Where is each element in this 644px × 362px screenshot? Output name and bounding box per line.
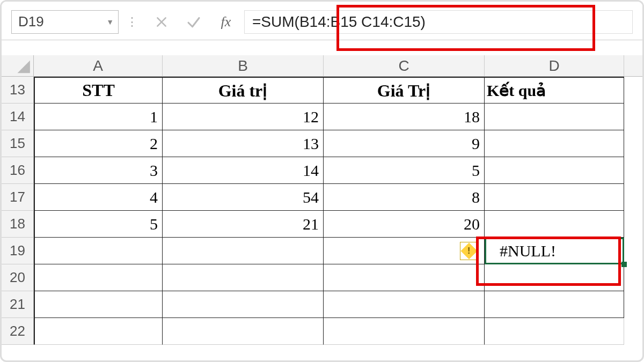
cell-D17[interactable]: [485, 184, 624, 211]
table-row: 14 1 12 18: [2, 104, 642, 130]
cell-C22[interactable]: [324, 318, 485, 345]
row-header[interactable]: 20: [2, 264, 34, 291]
table-row: 22: [2, 318, 642, 345]
cell-A21[interactable]: [34, 291, 163, 318]
cell-C21[interactable]: [324, 291, 485, 318]
enter-button[interactable]: [178, 10, 210, 34]
table-row: 15 2 13 9: [2, 130, 642, 157]
cell-B22[interactable]: [163, 318, 324, 345]
table-row: 13 STT Giá trị Giá Trị Kết quả: [2, 77, 642, 104]
cell-C16[interactable]: 5: [324, 157, 485, 184]
row-header[interactable]: 14: [2, 104, 34, 130]
table-row: 16 3 14 5: [2, 157, 642, 184]
cell-B17[interactable]: 54: [163, 184, 324, 211]
cell-C15[interactable]: 9: [324, 130, 485, 157]
table-row: 21: [2, 291, 642, 318]
cell-D15[interactable]: [485, 130, 624, 157]
cell-C17[interactable]: 8: [324, 184, 485, 211]
row-header[interactable]: 17: [2, 184, 34, 211]
chevron-down-icon[interactable]: ▼: [106, 18, 114, 26]
error-indicator-button[interactable]: !: [460, 242, 478, 260]
cell-A13[interactable]: STT: [34, 77, 163, 104]
cell-D14[interactable]: [485, 104, 624, 130]
cell-A15[interactable]: 2: [34, 130, 163, 157]
formula-text: =SUM(B14:B15 C14:C15): [252, 13, 426, 31]
cell-C13[interactable]: Giá Trị: [324, 77, 485, 104]
svg-marker-0: [18, 61, 30, 73]
separator-icon: ⋮: [119, 15, 145, 29]
row-header[interactable]: 18: [2, 211, 34, 238]
cell-A19[interactable]: [34, 238, 163, 264]
cell-C18[interactable]: 20: [324, 211, 485, 238]
cell-D19[interactable]: #NULL!: [485, 238, 624, 264]
cell-D22[interactable]: [485, 318, 624, 345]
cell-D20[interactable]: [485, 264, 624, 291]
table-row: 19 #NULL!: [2, 238, 642, 264]
cell-B21[interactable]: [163, 291, 324, 318]
cell-D13[interactable]: Kết quả: [485, 77, 624, 104]
cell-C20[interactable]: [324, 264, 485, 291]
table-row: 17 4 54 8: [2, 184, 642, 211]
cell-D18[interactable]: [485, 211, 624, 238]
row-header[interactable]: 15: [2, 130, 34, 157]
table-row: 18 5 21 20: [2, 211, 642, 238]
name-box-value: D19: [18, 13, 44, 30]
fx-button[interactable]: fx: [210, 10, 242, 34]
formula-bar: D19 ▼ ⋮ fx =SUM(B14:B15 C14:C15): [2, 2, 642, 40]
cell-B18[interactable]: 21: [163, 211, 324, 238]
row-header[interactable]: 13: [2, 77, 34, 104]
formula-input[interactable]: =SUM(B14:B15 C14:C15): [244, 10, 633, 34]
rows: 13 STT Giá trị Giá Trị Kết quả 14 1 12 1…: [2, 77, 642, 345]
warning-diamond-icon: !: [460, 242, 477, 259]
col-header-A[interactable]: A: [34, 55, 163, 76]
x-icon: [155, 15, 169, 29]
cell-D21[interactable]: [485, 291, 624, 318]
row-header[interactable]: 19: [2, 238, 34, 264]
row-header[interactable]: 16: [2, 157, 34, 184]
cell-B20[interactable]: [163, 264, 324, 291]
check-icon: [186, 14, 202, 30]
cell-A20[interactable]: [34, 264, 163, 291]
spreadsheet-grid[interactable]: A B C D 13 STT Giá trị Giá Trị Kết quả 1…: [2, 55, 642, 345]
col-header-B[interactable]: B: [163, 55, 324, 76]
name-box[interactable]: D19 ▼: [11, 10, 119, 34]
column-headers: A B C D: [34, 55, 642, 77]
row-header[interactable]: 21: [2, 291, 34, 318]
col-header-C[interactable]: C: [324, 55, 485, 76]
cell-B16[interactable]: 14: [163, 157, 324, 184]
cell-A18[interactable]: 5: [34, 211, 163, 238]
cell-C14[interactable]: 18: [324, 104, 485, 130]
table-row: 20: [2, 264, 642, 291]
cell-B13[interactable]: Giá trị: [163, 77, 324, 104]
cell-A22[interactable]: [34, 318, 163, 345]
cell-B19[interactable]: [163, 238, 324, 264]
row-header[interactable]: 22: [2, 318, 34, 345]
cell-B15[interactable]: 13: [163, 130, 324, 157]
col-header-D[interactable]: D: [485, 55, 624, 76]
cancel-button[interactable]: [145, 10, 178, 34]
cell-A17[interactable]: 4: [34, 184, 163, 211]
select-all-corner[interactable]: [2, 55, 34, 77]
cell-A14[interactable]: 1: [34, 104, 163, 130]
cell-A16[interactable]: 3: [34, 157, 163, 184]
cell-B14[interactable]: 12: [163, 104, 324, 130]
cell-D16[interactable]: [485, 157, 624, 184]
